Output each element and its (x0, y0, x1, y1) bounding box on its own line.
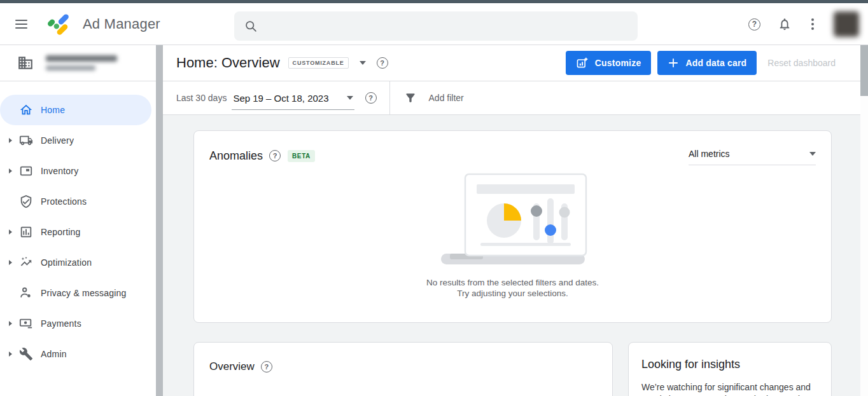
filter-bar: Last 30 days Sep 19 – Oct 18, 2023 ? Add… (163, 81, 860, 115)
sidebar-item-delivery[interactable]: Delivery (0, 125, 156, 156)
insights-card: Looking for insights We’re watching for … (628, 342, 832, 396)
delivery-truck-icon (18, 133, 34, 148)
sidebar-scrollbar[interactable] (156, 45, 163, 396)
inventory-icon (18, 163, 34, 179)
sidebar-item-label: Reporting (41, 227, 81, 237)
sidebar-item-label: Home (41, 105, 65, 115)
account-name-masked (46, 55, 117, 71)
beta-badge: BETA (288, 150, 315, 162)
sidebar-item-label: Delivery (41, 135, 74, 146)
chevron-right-icon[interactable] (9, 168, 12, 174)
chevron-right-icon[interactable] (9, 138, 12, 143)
anomalies-card: Anomalies ? BETA All metrics (193, 130, 832, 323)
chevron-right-icon[interactable] (9, 321, 12, 326)
account-switcher[interactable] (0, 45, 156, 81)
privacy-person-icon (18, 285, 34, 301)
add-data-card-button[interactable]: Add data card (657, 51, 757, 75)
page-scrollbar[interactable] (860, 45, 868, 396)
sidebar-item-payments[interactable]: Payments (0, 308, 156, 339)
reporting-chart-icon (18, 224, 34, 240)
global-search[interactable] (234, 11, 638, 41)
chevron-right-icon[interactable] (9, 229, 12, 235)
admin-wrench-icon (18, 346, 34, 362)
metrics-selected-value: All metrics (689, 149, 730, 159)
overview-help-icon[interactable]: ? (261, 361, 272, 372)
sidebar-item-label: Payments (41, 318, 81, 329)
shield-check-icon (18, 194, 34, 209)
page-scrollbar-thumb[interactable] (860, 45, 868, 96)
home-icon (18, 102, 34, 118)
search-icon (244, 20, 258, 33)
network-building-icon (17, 55, 34, 71)
sidebar-item-label: Optimization (41, 257, 92, 268)
overview-title: Overview (209, 360, 255, 373)
date-range-value: Sep 19 – Oct 18, 2023 (233, 93, 328, 104)
sidebar-item-home[interactable]: Home (0, 95, 151, 125)
user-avatar[interactable] (834, 11, 859, 37)
date-preset-label: Last 30 days (176, 93, 227, 103)
dashboard-canvas: Anomalies ? BETA All metrics (163, 115, 860, 396)
insights-title: Looking for insights (641, 358, 818, 371)
date-range-picker[interactable]: Sep 19 – Oct 18, 2023 (232, 93, 354, 104)
plus-icon (668, 57, 679, 69)
insights-body: We’re watching for significant changes a… (641, 381, 818, 396)
sidebar-item-privacy-messaging[interactable]: Privacy & messaging (0, 278, 156, 308)
customizable-badge: CUSTOMIZABLE (288, 57, 349, 69)
hamburger-menu-icon[interactable] (15, 17, 31, 32)
search-input[interactable] (265, 21, 627, 32)
reset-dashboard-button: Reset dashboard (767, 58, 836, 68)
customize-button[interactable]: Customize (566, 51, 652, 75)
date-caret-icon[interactable] (347, 96, 353, 100)
sidebar-item-label: Protections (41, 196, 87, 207)
optimization-trending-icon (18, 255, 34, 270)
sidebar-item-label: Privacy & messaging (41, 288, 127, 298)
page-help-icon[interactable]: ? (377, 57, 388, 69)
empty-state-text: No results from the selected filters and… (426, 277, 599, 299)
sidebar-item-optimization[interactable]: Optimization (0, 247, 156, 278)
app-header: Ad Manager ? (0, 3, 868, 45)
empty-results-laptop-illustration (430, 172, 596, 267)
overview-card: Overview ? (193, 342, 613, 396)
date-help-icon[interactable]: ? (365, 92, 377, 104)
sidebar-item-protections[interactable]: Protections (0, 186, 156, 217)
sidebar: Home Delivery Inventory (0, 45, 156, 396)
notifications-bell-icon[interactable] (778, 17, 792, 31)
sidebar-item-inventory[interactable]: Inventory (0, 156, 156, 186)
metrics-select[interactable]: All metrics (689, 149, 816, 165)
add-filter-button[interactable]: Add filter (429, 93, 464, 103)
filter-funnel-icon[interactable] (404, 92, 417, 104)
sidebar-item-label: Admin (41, 349, 67, 359)
anomalies-help-icon[interactable]: ? (269, 150, 281, 161)
anomalies-empty-state: No results from the selected filters and… (194, 165, 831, 322)
payments-bill-icon (18, 316, 34, 331)
chevron-right-icon[interactable] (9, 352, 12, 357)
ad-manager-logo-icon (47, 11, 74, 38)
sidebar-nav: Home Delivery Inventory (0, 81, 156, 369)
customize-chart-icon (576, 57, 589, 69)
anomalies-title: Anomalies (209, 149, 263, 163)
divider (389, 81, 390, 114)
sidebar-item-label: Inventory (41, 166, 78, 176)
page-header: Home: Overview CUSTOMIZABLE ? Customize (163, 45, 860, 81)
sidebar-item-admin[interactable]: Admin (0, 339, 156, 369)
help-icon[interactable]: ? (748, 18, 760, 31)
sidebar-item-reporting[interactable]: Reporting (0, 217, 156, 247)
page-title: Home: Overview (176, 55, 280, 71)
dashboard-dropdown-caret-icon[interactable] (360, 61, 366, 65)
metrics-caret-icon (809, 152, 816, 156)
chevron-right-icon[interactable] (9, 260, 12, 265)
product-name: Ad Manager (83, 16, 160, 32)
more-options-kebab-icon[interactable] (809, 16, 816, 32)
